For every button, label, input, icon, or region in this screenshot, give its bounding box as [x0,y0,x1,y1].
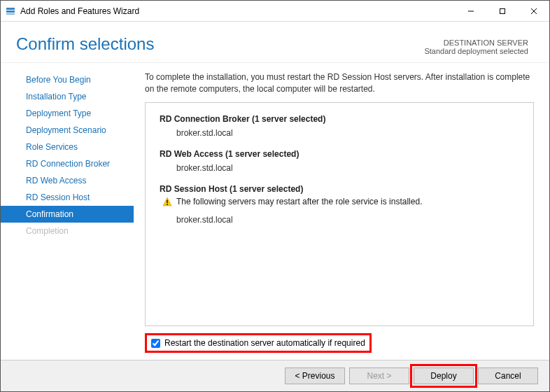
wizard-footer: < Previous Next > Deploy Cancel [1,360,549,391]
restart-checkbox[interactable] [151,339,160,348]
server-connection-broker: broker.std.local [160,124,522,146]
step-deployment-scenario[interactable]: Deployment Scenario [1,122,134,139]
role-connection-broker: RD Connection Broker (1 server selected) [160,114,522,124]
titlebar: Add Roles and Features Wizard [1,1,549,22]
server-web-access: broker.std.local [160,159,522,181]
warning-icon [162,197,172,206]
server-session-host: broker.std.local [160,211,522,233]
step-rd-connection-broker[interactable]: RD Connection Broker [1,155,134,172]
step-completion: Completion [1,223,134,239]
cancel-button[interactable]: Cancel [478,368,538,384]
destination-value: Standard deployment selected [424,47,528,55]
previous-button[interactable]: < Previous [285,368,345,384]
step-before-you-begin[interactable]: Before You Begin [1,71,134,88]
step-installation-type[interactable]: Installation Type [1,88,134,105]
close-button[interactable] [518,1,549,22]
destination-server-block: DESTINATION SERVER Standard deployment s… [424,38,528,55]
selection-summary-panel: RD Connection Broker (1 server selected)… [145,102,534,326]
wizard-body: Before You Begin Installation Type Deplo… [1,63,549,360]
svg-rect-1 [6,10,15,13]
svg-rect-4 [500,8,505,13]
role-session-host: RD Session Host (1 server selected) [160,184,522,194]
step-role-services[interactable]: Role Services [1,139,134,155]
server-manager-icon [5,6,16,17]
restart-checkbox-label: Restart the destination server automatic… [164,338,365,348]
next-button: Next > [349,368,409,384]
intro-text: To complete the installation, you must r… [145,71,534,95]
step-deployment-type[interactable]: Deployment Type [1,105,134,122]
svg-rect-2 [6,13,15,15]
minimize-button[interactable] [455,1,486,22]
deploy-button[interactable]: Deploy [414,368,474,384]
step-rd-web-access[interactable]: RD Web Access [1,172,134,189]
window-title: Add Roles and Features Wizard [20,6,455,16]
restart-warning-row: The following servers may restart after … [160,194,522,211]
wizard-steps: Before You Begin Installation Type Deplo… [1,63,134,360]
page-title: Confirm selections [16,34,154,55]
step-rd-session-host[interactable]: RD Session Host [1,189,134,206]
svg-point-9 [167,204,168,205]
wizard-header: Confirm selections DESTINATION SERVER St… [1,22,549,63]
role-web-access: RD Web Access (1 server selected) [160,149,522,159]
wizard-main: To complete the installation, you must r… [134,63,549,360]
step-confirmation[interactable]: Confirmation [1,206,134,223]
restart-checkbox-row: Restart the destination server automatic… [145,333,372,353]
destination-label: DESTINATION SERVER [424,38,528,47]
restart-warning-text: The following servers may restart after … [176,197,422,206]
maximize-button[interactable] [486,1,518,22]
svg-rect-0 [6,8,15,10]
